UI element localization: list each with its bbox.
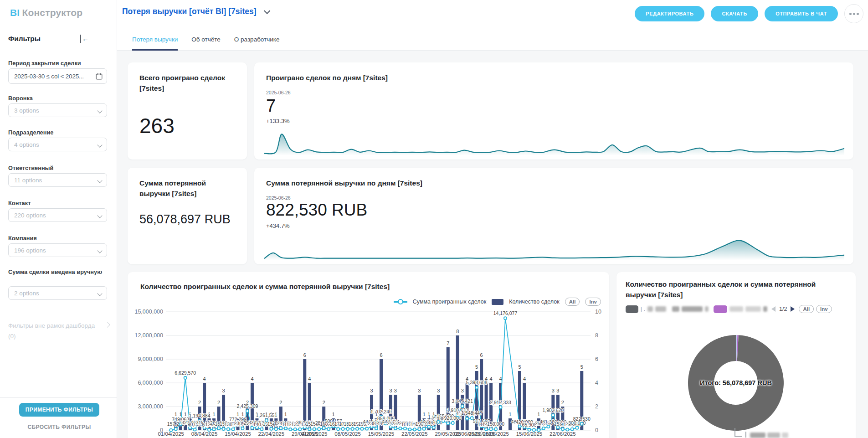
svg-text:1: 1 (537, 412, 540, 417)
redacted-legend-block (655, 306, 666, 312)
redacted-legend-block (729, 306, 743, 312)
donut-center-label: Итого: 56,078,697 RUB (677, 379, 795, 386)
tab-о-разработчике[interactable]: О разработчике (234, 26, 280, 51)
filter-select-value: 11 options (14, 177, 42, 184)
total-deals-value: 263 (139, 113, 175, 138)
svg-text:15/06/2025: 15/06/2025 (516, 431, 543, 437)
deals-sparkline-chart (262, 130, 846, 157)
svg-text:1: 1 (284, 412, 287, 417)
svg-text:1,261,551: 1,261,551 (256, 412, 277, 418)
date-filter-value: 2025-03-30 ≤ col < 2025... (14, 73, 84, 80)
redacted-legend-block (647, 306, 653, 312)
calendar-icon (96, 73, 103, 80)
filters-sidebar: BIКонструктор Фильтры ← Период закрытия … (0, 0, 117, 438)
revenue-sparkline-chart (262, 235, 846, 262)
svg-text:6,000,000: 6,000,000 (138, 380, 163, 386)
tab-потеря-выручки[interactable]: Потеря выручки (132, 26, 178, 51)
logo-bi: BI (10, 7, 20, 18)
svg-text:5: 5 (518, 364, 521, 370)
redacted-callout-block (782, 433, 788, 438)
filter-label-5: Компания (8, 234, 106, 242)
card-title: Количество проигранных сделок и сумма по… (626, 279, 840, 300)
card-title: Сумма потерянной выручки [7sites] (139, 178, 226, 199)
svg-text:01/04/2025: 01/04/2025 (158, 431, 184, 437)
donut-swatch-purple-icon[interactable] (714, 305, 727, 313)
redacted-legend-block (672, 306, 679, 312)
svg-text:8: 8 (595, 332, 598, 339)
report-title-dropdown[interactable]: Потеря выручки [отчёт BI] [7sites] (122, 7, 268, 16)
svg-text:3: 3 (370, 388, 373, 393)
svg-text:3,047,421: 3,047,421 (452, 398, 473, 404)
filter-select-3[interactable]: 11 options (8, 173, 107, 187)
legend-inv-button[interactable]: Inv (816, 305, 832, 313)
svg-text:1: 1 (423, 412, 426, 417)
svg-text:4: 4 (251, 376, 253, 381)
svg-text:7: 7 (447, 340, 449, 346)
svg-text:3: 3 (556, 388, 559, 393)
date-filter-input[interactable]: 2025-03-30 ≤ col < 2025... (8, 68, 107, 84)
filter-select-4[interactable]: 220 options (8, 208, 107, 222)
header-actions: РЕДАКТИРОВАТЬ СКАЧАТЬ ОТПРАВИТЬ В ЧАТ (635, 4, 863, 23)
card-title: Сумма потерянной выручки по дням [7sites… (266, 178, 422, 188)
legend-prev-page-icon[interactable] (771, 306, 776, 312)
card-title: Проиграно сделок по дням [7sites] (266, 72, 388, 83)
report-tabs: Потеря выручкиОб отчётеО разработчике (117, 26, 868, 51)
logo-name: Конструктор (22, 7, 82, 18)
donut-legend-strip: [ . 1/2 All Inv (626, 305, 850, 313)
redacted-legend-block (763, 306, 767, 312)
chevron-down-icon (97, 178, 102, 183)
chevron-down-icon (97, 108, 102, 113)
svg-text:6: 6 (595, 356, 598, 362)
filter-label-6: Сумма сделки введена вручную (8, 268, 106, 276)
combo-chart[interactable]: 03,000,0006,000,0009,000,00012,000,00015… (133, 300, 605, 438)
chevron-down-icon (97, 248, 102, 253)
app-logo: BIКонструктор (10, 7, 82, 18)
filter-select-6[interactable]: 2 options (8, 286, 107, 300)
card-donut-chart: Количество проигранных сделок и сумма по… (616, 272, 856, 438)
svg-text:8: 8 (456, 329, 459, 334)
svg-text:15/05/2025: 15/05/2025 (368, 431, 395, 437)
legend-next-page-icon[interactable] (791, 306, 795, 312)
legend-all-button[interactable]: All (799, 305, 814, 313)
filter-label-2: Подразделение (8, 129, 106, 136)
svg-text:1,902,620: 1,902,620 (543, 407, 564, 413)
svg-text:22/06/2025: 22/06/2025 (550, 431, 576, 437)
donut-swatch-gray-icon[interactable] (626, 305, 638, 313)
kpi-date: 2025-06-26 (266, 195, 291, 201)
redacted-legend-block (682, 306, 703, 312)
filter-select-2[interactable]: 4 options (8, 138, 107, 151)
svg-text:1: 1 (508, 412, 511, 417)
svg-text:3: 3 (461, 388, 464, 393)
collapse-sidebar-icon[interactable]: ← (80, 35, 91, 43)
edit-button[interactable]: РЕДАКТИРОВАТЬ (635, 6, 704, 21)
svg-text:2: 2 (561, 400, 564, 405)
filter-select-5[interactable]: 196 options (8, 243, 107, 257)
report-title: Потеря выручки [отчёт BI] [7sites] (122, 7, 257, 16)
svg-text:01/05/2025: 01/05/2025 (301, 431, 328, 437)
filter-select-value: 3 options (14, 107, 39, 114)
donut-callout-label (750, 433, 788, 438)
chevron-down-icon (97, 213, 102, 218)
send-to-chat-button[interactable]: ОТПРАВИТЬ В ЧАТ (765, 6, 838, 21)
svg-text:4: 4 (595, 380, 598, 386)
svg-text:3: 3 (389, 388, 392, 393)
download-button[interactable]: СКАЧАТЬ (711, 6, 758, 21)
external-filters-label: Фильтры вне рамок дашборда (8, 322, 95, 329)
svg-text:1,702,240: 1,702,240 (370, 409, 392, 414)
svg-text:2,425,309: 2,425,309 (237, 403, 258, 409)
svg-text:6,629,570: 6,629,570 (175, 370, 196, 376)
external-filters-link[interactable]: Фильтры вне рамок дашборда (0) (8, 321, 102, 342)
svg-text:22/05/2025: 22/05/2025 (401, 431, 428, 437)
svg-text:9,000,000: 9,000,000 (138, 356, 163, 362)
sidebar-divider (0, 397, 117, 398)
revenue-by-day-delta: +434.7% (266, 222, 290, 229)
kpi-date: 2025-06-26 (266, 90, 291, 95)
svg-text:3: 3 (418, 388, 421, 393)
filter-select-1[interactable]: 3 options (8, 103, 107, 117)
svg-text:22/04/2025: 22/04/2025 (258, 431, 285, 437)
legend-pagination: 1/2 (779, 306, 787, 312)
apply-filters-button[interactable]: ПРИМЕНИТЬ ФИЛЬТРЫ (19, 403, 99, 417)
tab-об-отчёте[interactable]: Об отчёте (191, 26, 220, 51)
more-options-button[interactable] (844, 4, 863, 23)
reset-filters-button[interactable]: СБРОСИТЬ ФИЛЬТРЫ (19, 424, 99, 430)
